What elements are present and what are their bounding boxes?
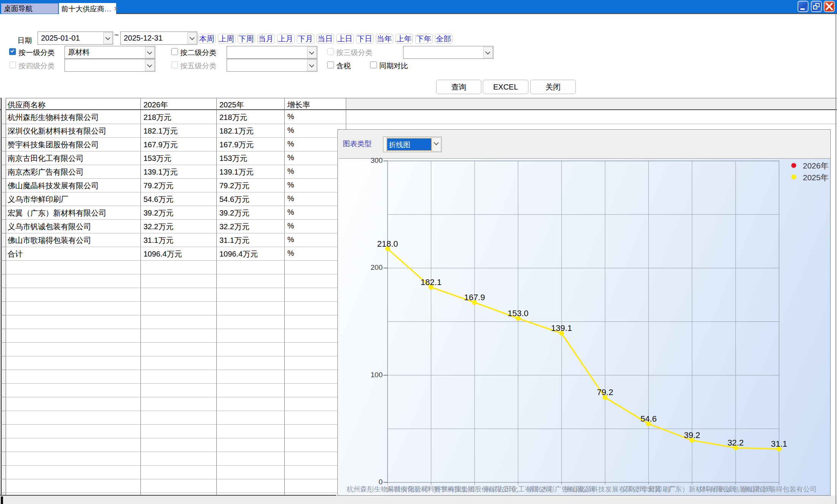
svg-text:200: 200: [370, 263, 383, 271]
svg-text:300: 300: [370, 158, 383, 164]
svg-text:218.0: 218.0: [377, 239, 398, 249]
svg-text:100: 100: [370, 371, 383, 379]
svg-text:2026年: 2026年: [803, 161, 829, 170]
svg-text:31.1: 31.1: [771, 439, 787, 449]
svg-text:153.0: 153.0: [508, 309, 528, 318]
svg-text:2025年: 2025年: [803, 173, 829, 182]
svg-text:79.2: 79.2: [597, 387, 613, 397]
svg-text:0: 0: [378, 478, 383, 486]
svg-text:182.1: 182.1: [421, 277, 441, 287]
svg-text:32.2: 32.2: [727, 438, 744, 447]
svg-text:167.9: 167.9: [464, 293, 485, 302]
svg-text:139.1: 139.1: [551, 323, 572, 333]
svg-text:39.2: 39.2: [684, 430, 700, 440]
svg-text:54.6: 54.6: [640, 414, 657, 424]
svg-text:佛山市歌瑞得包装有公司: 佛山市歌瑞得包装有公司: [741, 485, 817, 493]
